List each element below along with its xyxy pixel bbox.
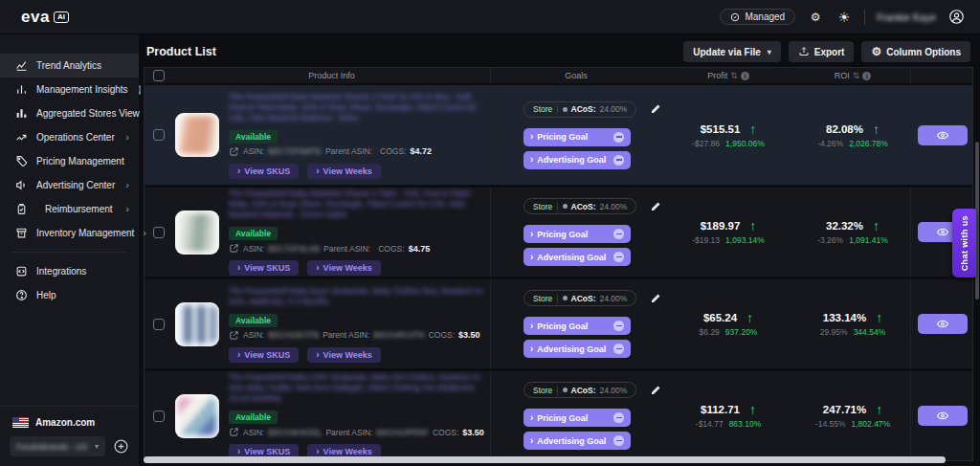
pricing-goal-button[interactable]: ›Pricing Goal [523,225,631,243]
acos-chip[interactable]: Store | ACoS: 24.00% [523,290,636,306]
cogs-value: $3.50 [462,428,484,437]
store-label: Store [533,104,552,114]
trending-up-icon [14,131,28,144]
remove-goal-icon[interactable] [613,344,624,354]
pricing-goal-button[interactable]: ›Pricing Goal [523,128,631,146]
column-header-roi[interactable]: ROI ⇅ i [835,71,872,80]
edit-pencil-icon[interactable] [650,103,661,115]
external-link-icon[interactable] [229,330,239,341]
trend-analytics-icon [14,59,28,73]
product-image [175,394,219,438]
theme-toggle-sun-icon[interactable]: ☀ [835,9,853,26]
cogs-label: COGS: [378,244,404,254]
advertising-goal-button[interactable]: ›Advertising Goal [523,151,631,169]
profit-value: $189.97 [701,220,741,232]
roi-value: 82.08% [826,123,863,135]
store-selector-dropdown[interactable]: FeudoBrands - US ▾ [10,436,105,456]
roi-pct: 1,091.41% [849,235,888,245]
column-options-button[interactable]: ⚙ Column Options [861,41,970,62]
view-skus-button[interactable]: ›View SKUS [229,164,299,179]
sidebar-item-help[interactable]: Help [0,283,139,307]
view-details-button[interactable] [918,406,968,426]
add-store-button[interactable] [113,438,129,455]
view-skus-button[interactable]: ›View SKUS [229,347,299,363]
profit-pct: 863.10% [729,419,762,429]
asin-label: ASIN: [243,330,264,340]
sidebar-item-pricing-management[interactable]: Pricing Management [0,149,139,173]
sidebar-item-reimbursement[interactable]: Reimbursement › [0,197,139,221]
row-checkbox[interactable] [153,129,165,141]
settings-gear-icon[interactable]: ⚙ [807,9,824,26]
acos-chip[interactable]: Store | ACoS: 24.00% [523,382,636,398]
status-badge: Available [229,227,278,240]
advertising-goal-button[interactable]: ›Advertising Goal [523,248,631,266]
sidebar-item-aggregated-stores-view[interactable]: Aggregated Stores View [0,101,139,125]
chip-divider: | [556,386,558,395]
column-header-profit[interactable]: Profit ⇅ i [707,71,749,80]
acos-label: ACoS: [571,386,596,395]
remove-goal-icon[interactable] [613,412,624,423]
sort-icon[interactable]: ⇅ [730,72,738,80]
export-button[interactable]: Export [789,41,855,62]
profit-value: $65.24 [703,312,737,323]
sidebar-item-management-insights[interactable]: Management Insights i [0,78,139,101]
profit-delta: -$27.86 [692,139,720,148]
roi-delta: 29.95% [820,327,848,337]
avatar[interactable] [947,9,965,26]
sidebar-item-integrations[interactable]: Integrations [0,259,139,283]
remove-goal-icon[interactable] [613,132,624,143]
parent-asin-label: Parent ASIN: [323,330,369,340]
remove-goal-icon[interactable] [613,321,624,331]
view-details-button[interactable] [918,314,968,334]
acos-chip[interactable]: Store | ACoS: 24.00% [523,198,636,214]
managed-badge[interactable]: Managed [720,9,795,25]
roi-delta: -4.26% [817,139,843,148]
sidebar-item-trend-analytics[interactable]: Trend Analytics [0,54,139,78]
product-title: The Peanutshell Baby Boys' Bodysuits, Ba… [229,286,484,307]
view-details-button[interactable] [918,125,968,145]
acos-value: 24.00% [600,202,628,211]
managed-icon [730,12,740,22]
roi-metric: 247.71%↑ -14.55%1,802.47% [815,403,890,429]
view-skus-button[interactable]: ›View SKUS [229,260,299,276]
remove-goal-icon[interactable] [613,252,624,262]
profit-value: $112.71 [701,404,740,415]
info-icon: i [139,85,141,95]
profit-metric: $515.51↑ -$27.861,950.06% [692,122,765,148]
advertising-goal-button[interactable]: ›Advertising Goal [523,432,631,450]
external-link-icon[interactable] [229,427,239,437]
pricing-goal-button[interactable]: ›Pricing Goal [523,409,631,427]
row-checkbox[interactable] [153,411,165,422]
external-link-icon[interactable] [229,146,239,157]
external-link-icon[interactable] [229,243,239,254]
view-weeks-button[interactable]: ›View Weeks [307,164,381,179]
chat-with-us-tab[interactable]: Chat with us [952,209,976,277]
sidebar-item-advertising-center[interactable]: Advertising Center › [0,173,139,197]
profit-pct: 1,950.06% [725,139,765,148]
edit-pencil-icon[interactable] [650,385,661,396]
row-checkbox[interactable] [153,227,165,238]
up-arrow-icon: ↑ [749,122,756,136]
sidebar-item-operations-center[interactable]: Operations Center › [0,125,139,149]
roi-metric: 133.14%↑ 29.95%344.54% [820,311,885,337]
edit-pencil-icon[interactable] [650,293,661,304]
view-weeks-button[interactable]: ›View Weeks [307,347,381,363]
remove-goal-icon[interactable] [613,229,624,239]
acos-chip[interactable]: Store | ACoS: 24.00% [523,101,636,118]
view-weeks-button[interactable]: ›View Weeks [307,260,381,276]
update-via-file-button[interactable]: Update via File ▾ [683,41,781,62]
up-arrow-icon: ↑ [746,311,753,324]
sidebar-item-inventory-management[interactable]: Inventory Management › [0,221,139,245]
sort-icon[interactable]: ⇅ [853,72,860,80]
pricing-goal-button[interactable]: ›Pricing Goal [523,317,631,335]
select-all-checkbox[interactable] [153,70,165,81]
row-checkbox[interactable] [153,319,165,330]
remove-goal-icon[interactable] [613,155,624,166]
sidebar-item-label: Advertising Center [36,180,115,190]
up-arrow-icon: ↑ [873,219,880,233]
remove-goal-icon[interactable] [613,435,624,446]
horizontal-scrollbar[interactable] [144,456,946,463]
edit-pencil-icon[interactable] [650,201,661,212]
advertising-goal-button[interactable]: ›Advertising Goal [523,340,631,358]
product-title: The Peanutshell Baby Bassinet Sheets 4 P… [229,92,484,123]
